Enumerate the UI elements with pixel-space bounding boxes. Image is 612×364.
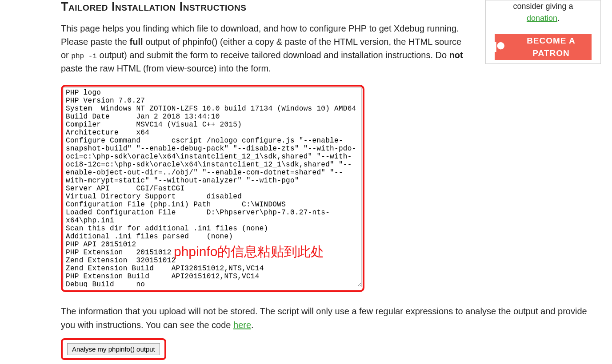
intro-bold-full: full xyxy=(130,37,143,47)
svg-rect-0 xyxy=(495,42,496,52)
intro-text: output) and submit the form to receive t… xyxy=(100,50,449,60)
sidebar-donation-box: consider giving a donation. BECOME A PAT… xyxy=(485,0,601,64)
note-text: The information that you upload will not… xyxy=(61,306,587,330)
patron-label: BECOME A PATRON xyxy=(511,35,592,60)
inline-code-php-i: php -i xyxy=(71,52,97,60)
code-here-link[interactable]: here xyxy=(233,320,251,330)
analyse-button-highlight: Analyse my phpinfo() output xyxy=(61,338,166,360)
donation-link[interactable]: donation xyxy=(527,14,557,23)
phpinfo-textarea-highlight: phpinfo的信息粘贴到此处 xyxy=(61,85,364,292)
upload-note: The information that you upload will not… xyxy=(61,305,601,332)
phpinfo-textarea[interactable] xyxy=(64,87,362,287)
intro-paragraph: This page helps you finding which file t… xyxy=(61,22,463,75)
intro-text: paste the raw HTML (from view-source) in… xyxy=(61,63,271,73)
svg-point-1 xyxy=(497,42,505,50)
donation-period: . xyxy=(557,14,560,23)
analyse-button[interactable]: Analyse my phpinfo() output xyxy=(67,343,160,355)
become-patron-button[interactable]: BECOME A PATRON xyxy=(495,34,592,60)
section-heading: Tailored Installation Instructions xyxy=(61,0,476,14)
note-text-end: . xyxy=(251,320,254,330)
patreon-icon xyxy=(495,42,504,52)
donation-text: consider giving a xyxy=(513,2,573,11)
intro-bold-not: not xyxy=(449,50,463,60)
